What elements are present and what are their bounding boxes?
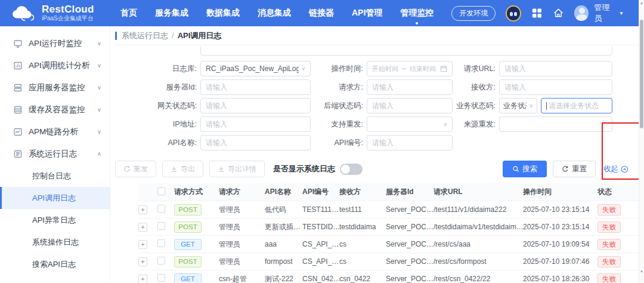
sidebar-item-4[interactable]: 缓存及容器监控 ∨ (0, 99, 110, 121)
clipped-input[interactable] (200, 47, 612, 56)
ai-assistant-icon[interactable] (506, 5, 521, 21)
breadcrumb-separator: / (172, 31, 174, 40)
nav-item-2[interactable]: 服务集成 (155, 8, 188, 19)
row-expand-button[interactable]: + (138, 257, 147, 266)
source-resend-input[interactable] (499, 116, 612, 132)
business-status-select[interactable]: 业务状态 ∨ (499, 98, 537, 113)
op-time-cell: 2025-07-10 18:26:30 (523, 275, 597, 283)
download-icon (218, 165, 225, 173)
select-all-checkbox[interactable] (157, 187, 174, 197)
breadcrumb-parent[interactable]: 系统运行日志 (122, 30, 168, 41)
filter-receiver: 接收方: 请输入 (453, 79, 612, 95)
vertical-scrollbar[interactable]: ▲ ▼ (639, 0, 644, 283)
log-db-select[interactable]: RC_iPaaS_Poc_New_ApiLog_2025… ∨ (200, 61, 311, 76)
request-url-cell: /rest/cs/formpost (434, 257, 523, 266)
filter-requester: 请求方: 请输入 (311, 79, 453, 95)
requester-cell: csn-超管 (219, 274, 265, 283)
server-id-cell: Server_POC… (386, 240, 434, 248)
row-expand-button[interactable]: + (138, 240, 147, 249)
reset-icon (562, 165, 569, 173)
requester-cell: 管理员 (219, 257, 265, 267)
export-detail-button[interactable]: 导出详情 (209, 161, 265, 177)
api-code-input[interactable]: 请输入 (367, 135, 453, 150)
reset-button[interactable]: 重置 (553, 161, 596, 177)
sidebar-item-6[interactable]: 系统运行日志 ∧ (0, 143, 110, 165)
request-url-cell: /rest/csn_0422/22 (434, 275, 523, 283)
sidebar-subitem-3[interactable]: API异常日志 (0, 209, 110, 231)
status-badge: 失败 (597, 256, 621, 267)
ip-input[interactable]: 请输入 (200, 116, 311, 132)
text-cursor (546, 102, 547, 110)
row-expand-button[interactable]: + (138, 223, 147, 232)
column-header: API名称 (265, 187, 302, 197)
requester-cell: 管理员 (219, 205, 265, 215)
backend-status-input[interactable]: 请输入 (367, 98, 453, 113)
sidebar-subitem-5[interactable]: 搜索API日志 (0, 253, 110, 275)
scroll-up-arrow-icon[interactable]: ▲ (639, 1, 644, 5)
search-icon (512, 165, 519, 173)
filter-business-status: 业务状态码: 业务状态 ∨ 请选择业务状态 (453, 98, 612, 113)
method-badge: POST (174, 222, 202, 233)
filter-panel: 日志库: RC_iPaaS_Poc_New_ApiLog_2025… ∨ 操作时… (115, 45, 644, 153)
server-id-cell: Server_POC… (386, 205, 434, 214)
sidebar-item-2[interactable]: API调用统计分析 ∨ (0, 54, 110, 76)
home-icon[interactable] (553, 7, 564, 19)
apps-grid-icon[interactable] (531, 7, 543, 19)
scrollbar-thumb[interactable] (640, 20, 643, 128)
chevron-down-icon: ∨ (97, 84, 101, 91)
requester-cell: 管理员 (219, 222, 265, 232)
row-expand-button[interactable]: + (138, 275, 147, 283)
table-row: + POST 管理员 低代码 TEST111… test111 Server_P… (138, 201, 644, 219)
api-name-input[interactable]: 请输入 (200, 135, 311, 150)
collapse-link[interactable]: 收起 (603, 164, 628, 174)
filter-request-url: 请求URL: 请输入 (453, 61, 612, 76)
filter-grid: 日志库: RC_iPaaS_Poc_New_ApiLog_2025… ∨ 操作时… (142, 61, 644, 153)
nav-item-1[interactable]: 首页 (120, 8, 137, 19)
resend-button[interactable]: 重发 (115, 161, 156, 177)
row-checkbox[interactable] (157, 205, 165, 213)
row-checkbox[interactable] (157, 222, 165, 230)
row-checkbox[interactable] (157, 274, 165, 282)
user-avatar[interactable] (574, 5, 589, 21)
api-name-cell: 低代码 (265, 205, 302, 215)
scroll-down-arrow-icon[interactable]: ▼ (639, 270, 644, 273)
requester-input[interactable]: 请输入 (367, 79, 453, 95)
nav-item-5[interactable]: 链接器 (309, 8, 334, 19)
brand[interactable]: RestCloud iPaaS企业集成平台 (10, 4, 120, 22)
receiver-cell: cs (339, 240, 386, 248)
receiver-input[interactable]: 请输入 (499, 79, 612, 95)
user-name[interactable]: 管理员 (594, 2, 616, 24)
api-name-cell: aaa (265, 240, 302, 248)
request-url-input[interactable]: 请输入 (499, 61, 612, 76)
export-button[interactable]: 导出 (162, 161, 203, 177)
date-range-input[interactable]: 开始时间 ~ 结束时间 (367, 61, 453, 76)
sidebar-subitem-4[interactable]: 系统操作日志 (0, 231, 110, 253)
cloud-logo-icon (10, 4, 37, 22)
sidebar-subitem-2[interactable]: API调用日志 (0, 187, 110, 209)
sidebar-item-3[interactable]: 应用服务器监控 ∨ (0, 76, 110, 99)
gateway-status-input[interactable]: 请输入 (200, 98, 311, 113)
nav-item-4[interactable]: 消息集成 (258, 8, 291, 19)
row-checkbox[interactable] (157, 257, 165, 264)
stats-icon (13, 61, 23, 70)
receiver-cell: csn_0422 (339, 275, 386, 283)
api-name-cell: formpost (265, 257, 302, 266)
calendar-icon (440, 65, 447, 72)
business-status-input[interactable]: 请选择业务状态 (541, 98, 612, 113)
environment-badge[interactable]: 开发环境 (451, 6, 496, 21)
resend-support-select[interactable]: ∨ (367, 116, 453, 132)
sidebar-item-1[interactable]: API运行时监控 ∨ (0, 32, 110, 54)
search-button[interactable]: 搜索 (503, 161, 547, 177)
sidebar-item-5[interactable]: APM链路分析 ∨ (0, 121, 110, 143)
show-system-log-toggle[interactable] (340, 164, 363, 175)
server-id-input[interactable]: 请输入 (200, 79, 311, 95)
show-system-log-label: 是否显示系统日志 (273, 164, 335, 174)
nav-item-6[interactable]: API管理 (352, 8, 382, 19)
nav-item-3[interactable]: 数据集成 (206, 8, 240, 19)
row-expand-button[interactable]: + (138, 205, 147, 214)
column-header: 状态 (597, 187, 632, 197)
nav-item-7[interactable]: 管理监控 (400, 8, 434, 19)
sidebar-subitem-1[interactable]: 控制台日志 (0, 165, 110, 187)
download-icon (171, 165, 178, 173)
row-checkbox[interactable] (157, 239, 165, 247)
